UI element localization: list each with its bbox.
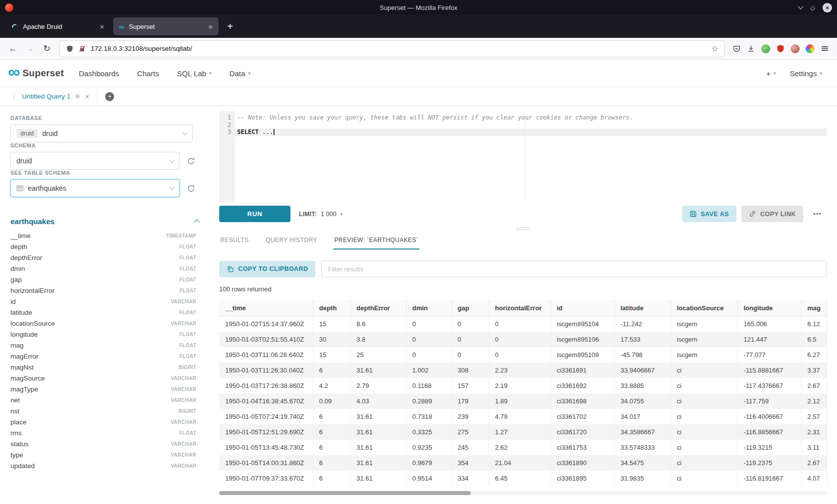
add-new-menu[interactable]: +▾: [766, 69, 776, 78]
column-type: FLOAT: [179, 266, 196, 271]
column-row: magSource VARCHAR: [10, 373, 196, 383]
maximize-button[interactable]: ◇: [810, 4, 815, 11]
line-number: 2: [219, 122, 231, 129]
copy-link-button[interactable]: COPY LINK: [741, 206, 803, 222]
column-type: FLOAT: [179, 343, 196, 348]
nav-item-dashboards[interactable]: Dashboards: [79, 69, 119, 78]
editor-code-area[interactable]: -- Note: Unless you save your query, the…: [235, 111, 827, 202]
cell-mag: 3.37: [801, 363, 827, 378]
column-header[interactable]: locationSource: [671, 300, 737, 316]
url-text[interactable]: 172.18.0.3:32108/superset/sqllab/: [91, 45, 707, 52]
cell-time: 1950-01-05T12:51:29.690Z: [219, 424, 313, 440]
cell-mag: 2.57: [801, 409, 827, 424]
drag-handle-icon[interactable]: ⋮: [11, 93, 17, 100]
ublock-shield-icon[interactable]: [776, 44, 785, 53]
more-options-button[interactable]: •••: [808, 210, 827, 218]
filter-results-input[interactable]: [321, 260, 827, 277]
reload-button[interactable]: ↻: [39, 43, 55, 54]
cell-longitude: -116.8856667: [737, 424, 801, 440]
downloads-icon[interactable]: [747, 44, 755, 53]
pocket-icon[interactable]: [732, 44, 741, 53]
schema-label: SCHEMA: [10, 142, 204, 148]
cell-dmin: 0.2889: [406, 393, 451, 409]
database-select[interactable]: druid druid: [10, 125, 193, 142]
cell-dmin: 0.9235: [406, 440, 451, 455]
cell-location-source: ci: [671, 424, 737, 440]
column-type: VARCHAR: [171, 463, 196, 469]
cell-latitude: 33.5748333: [614, 440, 671, 455]
insecure-lock-icon[interactable]: [78, 45, 86, 53]
cell-depth: 6: [313, 471, 350, 486]
collapse-chevron-up-icon[interactable]: [194, 219, 199, 225]
column-header[interactable]: longitude: [737, 300, 801, 316]
column-header[interactable]: mag: [801, 300, 827, 316]
cell-gap: 308: [451, 363, 489, 378]
browser-tab-superset[interactable]: ∞ Superset ×: [113, 17, 219, 35]
tracking-protection-shield-icon[interactable]: [66, 45, 74, 53]
sql-keyword: SELECT: [237, 128, 259, 135]
hamburger-menu-icon[interactable]: [821, 44, 829, 53]
profile-avatar-icon[interactable]: [791, 44, 800, 53]
close-tab-icon[interactable]: ×: [100, 22, 104, 31]
horizontal-scrollbar-thumb[interactable]: [219, 491, 471, 495]
tab-preview-earthquakes[interactable]: PREVIEW: `EARTHQUAKES`: [333, 232, 419, 250]
refresh-schema-button[interactable]: [187, 157, 195, 165]
cell-id: iscgem895109: [551, 347, 614, 363]
cell-horizontal-error: 0: [489, 347, 551, 363]
table-select[interactable]: earthquakes: [10, 179, 180, 197]
extension-pinwheel-icon[interactable]: [806, 44, 815, 53]
column-header[interactable]: dmin: [406, 300, 451, 316]
cell-id: iscgem895106: [551, 332, 614, 347]
close-window-button[interactable]: ×: [823, 3, 832, 12]
column-name: dmin: [10, 265, 25, 272]
query-tab-untitled-1[interactable]: ⋮ Untitled Query 1 ×: [0, 87, 98, 106]
sql-editor[interactable]: 1 2 3 -- Note: Unless you save your quer…: [219, 111, 827, 202]
close-query-tab-icon[interactable]: ×: [85, 92, 90, 101]
browser-tab-label: Apache Druid: [23, 23, 62, 30]
column-header[interactable]: latitude: [614, 300, 671, 316]
column-header[interactable]: horizontalError: [489, 300, 551, 316]
column-header[interactable]: __time: [219, 300, 313, 316]
column-header[interactable]: gap: [451, 300, 489, 316]
url-bar[interactable]: 172.18.0.3:32108/superset/sqllab/ ☆: [60, 41, 724, 57]
back-button[interactable]: ←: [5, 44, 21, 54]
refresh-tables-button[interactable]: [187, 184, 195, 193]
forward-button[interactable]: →: [22, 44, 38, 54]
copy-to-clipboard-button[interactable]: COPY TO CLIPBOARD: [219, 261, 315, 277]
limit-dropdown[interactable]: LIMIT: 1 000 ▾: [299, 211, 343, 218]
extension-green-icon[interactable]: [761, 44, 770, 53]
cell-depth-error: 2.79: [350, 378, 406, 393]
cell-dmin: 0: [406, 332, 451, 347]
run-button[interactable]: RUN: [219, 206, 290, 222]
close-tab-icon[interactable]: ×: [208, 22, 213, 31]
nav-item-sql-lab[interactable]: SQL Lab▾: [177, 69, 211, 78]
tab-results[interactable]: RESULTS: [219, 232, 250, 250]
add-query-tab-button[interactable]: +: [105, 92, 114, 101]
tab-query-history[interactable]: QUERY HISTORY: [265, 232, 318, 250]
caret-down-icon: ▾: [820, 71, 822, 76]
table-section-title[interactable]: earthquakes: [10, 217, 54, 226]
save-as-button[interactable]: SAVE AS: [682, 206, 736, 222]
column-row: gap FLOAT: [10, 274, 196, 285]
results-controls: COPY TO CLIPBOARD: [219, 260, 827, 277]
cell-id: ci3361702: [551, 409, 614, 424]
cell-time: 1950-01-03T11:06:28.640Z: [219, 347, 313, 363]
bookmark-star-icon[interactable]: ☆: [711, 44, 718, 53]
caret-down-icon: ▾: [248, 71, 251, 76]
cell-depth: 30: [313, 332, 350, 347]
superset-logo[interactable]: ∞ Superset: [8, 67, 64, 79]
nav-item-charts[interactable]: Charts: [137, 69, 159, 78]
column-header[interactable]: depthError: [350, 300, 406, 316]
schema-select[interactable]: druid: [10, 152, 180, 170]
browser-tab-druid[interactable]: Apache Druid ×: [4, 17, 110, 35]
minimize-button[interactable]: [799, 6, 803, 8]
cell-time: 1950-01-05T13:45:48.730Z: [219, 440, 313, 455]
nav-item-data[interactable]: Data▾: [229, 69, 250, 78]
new-tab-button[interactable]: +: [220, 21, 240, 32]
column-name: longitude: [10, 331, 38, 338]
resize-handle[interactable]: [516, 228, 530, 230]
settings-menu[interactable]: Settings▾: [790, 69, 822, 78]
column-header[interactable]: id: [551, 300, 614, 316]
column-header[interactable]: depth: [313, 300, 350, 316]
cell-horizontal-error: 2.62: [489, 440, 551, 455]
